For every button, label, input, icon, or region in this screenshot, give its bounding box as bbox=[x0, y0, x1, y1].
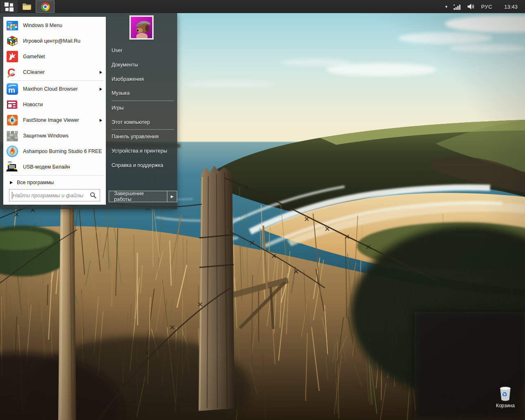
gamenet-icon bbox=[6, 50, 18, 63]
menu-item-beeline-modem[interactable]: USB-модем Билайн bbox=[3, 159, 106, 175]
start-icon bbox=[4, 2, 14, 11]
menu-link-devices-printers[interactable]: Устройства и принтеры bbox=[112, 144, 174, 158]
windows-defender-icon bbox=[6, 130, 18, 142]
menu-link-user[interactable]: User bbox=[112, 43, 174, 58]
search-input[interactable] bbox=[9, 189, 90, 201]
folder-icon bbox=[22, 2, 32, 11]
maxthon-icon: m bbox=[6, 83, 18, 95]
ccleaner-icon: C bbox=[6, 66, 18, 78]
menu-item-news[interactable]: Новости bbox=[3, 97, 106, 112]
submenu-arrow-icon: ▶ bbox=[100, 87, 102, 91]
submenu-arrow-icon: ▶ bbox=[100, 118, 102, 123]
all-programs-label: Все программы bbox=[17, 180, 54, 185]
menu-item-maxthon[interactable]: m Maxthon Cloud Browser ▶ bbox=[3, 81, 106, 97]
clock[interactable]: 13:43 bbox=[504, 4, 518, 10]
menu-link-help-support[interactable]: Справка и поддержка bbox=[112, 158, 174, 173]
network-icon[interactable] bbox=[454, 4, 461, 10]
menu-separator bbox=[11, 80, 103, 81]
recycle-bin[interactable]: ♻ Корзина bbox=[492, 385, 518, 409]
mailru-gamecenter-icon bbox=[6, 35, 18, 47]
menu-link-games[interactable]: Игры bbox=[112, 101, 174, 115]
submenu-arrow-icon: ▶ bbox=[100, 70, 102, 75]
menu-item-mailru-gamecenter[interactable]: Игровой центр@Mail.Ru bbox=[3, 33, 106, 49]
search-icon[interactable] bbox=[90, 192, 96, 199]
menu-item-label: Ashampoo Burning Studio 6 FREE bbox=[23, 148, 102, 154]
chrome-button[interactable] bbox=[36, 0, 55, 13]
shutdown-submenu-arrow[interactable]: ▶ bbox=[167, 191, 177, 202]
user-avatar[interactable] bbox=[130, 16, 153, 39]
menu-item-windows-defender[interactable]: Защитник Windows bbox=[3, 128, 106, 144]
start-menu-program-list: Start Windows 8 Menu Игровой центр@Mail.… bbox=[3, 17, 106, 205]
menu-item-label: CCleaner bbox=[23, 69, 45, 75]
recycle-bin-icon: ♻ bbox=[498, 385, 512, 402]
menu-item-label: Windows 8 Menu bbox=[23, 23, 62, 28]
system-tray: ▾ РУС 13:43 bbox=[445, 0, 525, 13]
tray-expand-icon[interactable]: ▾ bbox=[445, 4, 447, 9]
text-caret bbox=[12, 192, 12, 199]
language-indicator[interactable]: РУС bbox=[481, 4, 493, 10]
menu-link-music[interactable]: Музыка bbox=[112, 86, 174, 100]
recycle-bin-label: Корзина bbox=[496, 403, 515, 409]
start-menu: Start Windows 8 Menu Игровой центр@Mail.… bbox=[0, 13, 177, 209]
menu-item-ashampoo[interactable]: 6 Ashampoo Burning Studio 6 FREE bbox=[3, 144, 106, 159]
avatar-image bbox=[131, 17, 152, 38]
menu-item-label: GameNet bbox=[23, 54, 45, 59]
file-explorer-button[interactable] bbox=[18, 0, 35, 13]
volume-icon[interactable] bbox=[468, 3, 475, 10]
all-programs-button[interactable]: ▶ Все программы bbox=[3, 177, 106, 188]
search-box bbox=[9, 189, 100, 201]
svg-text:6: 6 bbox=[11, 151, 13, 155]
taskbar-apps bbox=[0, 0, 55, 13]
menu-link-pictures[interactable]: Изображения bbox=[112, 72, 174, 86]
taskbar: ▾ РУС 13:43 bbox=[0, 0, 525, 13]
menu-item-label: Новости bbox=[23, 102, 43, 107]
menu-item-label: FastStone Image Viewer bbox=[23, 117, 79, 123]
svg-text:m: m bbox=[8, 86, 15, 94]
shutdown-label: Завершение работы bbox=[109, 191, 167, 202]
menu-separator bbox=[11, 175, 103, 176]
beeline-modem-icon bbox=[6, 161, 18, 173]
menu-item-gamenet[interactable]: GameNet bbox=[3, 49, 106, 64]
menu-item-label: Maxthon Cloud Browser bbox=[23, 86, 78, 92]
ashampoo-icon: 6 bbox=[6, 145, 18, 158]
menu-item-label: Игровой центр@Mail.Ru bbox=[23, 38, 80, 44]
menu-link-control-panel[interactable]: Панель управления bbox=[112, 130, 174, 144]
svg-text:♻: ♻ bbox=[502, 390, 507, 398]
windows8-menu-icon: Start bbox=[6, 19, 18, 32]
start-menu-places: User Документы Изображения Музыка Игры Э… bbox=[112, 43, 174, 172]
chrome-icon bbox=[41, 2, 50, 11]
all-programs-arrow-icon: ▶ bbox=[10, 180, 13, 185]
menu-item-windows8-menu[interactable]: Start Windows 8 Menu bbox=[3, 18, 106, 33]
menu-link-this-pc[interactable]: Этот компьютер bbox=[112, 115, 174, 129]
shutdown-button[interactable]: Завершение работы ▶ bbox=[109, 191, 177, 202]
menu-item-label: Защитник Windows bbox=[23, 133, 68, 139]
menu-item-label: USB-модем Билайн bbox=[23, 164, 70, 170]
svg-text:Start: Start bbox=[7, 21, 12, 24]
start-button[interactable] bbox=[0, 0, 18, 13]
menu-item-ccleaner[interactable]: C CCleaner ▶ bbox=[3, 64, 106, 80]
news-icon bbox=[6, 98, 18, 111]
faststone-icon bbox=[6, 114, 18, 126]
menu-link-documents[interactable]: Документы bbox=[112, 58, 174, 72]
menu-item-faststone[interactable]: FastStone Image Viewer ▶ bbox=[3, 112, 106, 128]
